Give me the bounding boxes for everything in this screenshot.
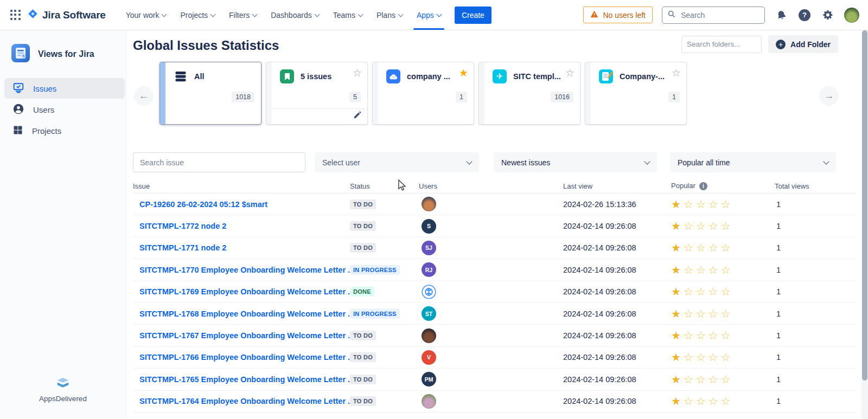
chevron-down-icon <box>436 11 442 17</box>
add-folder-button[interactable]: + Add Folder <box>768 35 838 53</box>
folder-card-company[interactable]: company ... 1 ★ <box>372 62 474 125</box>
avatar: RJ <box>422 262 436 277</box>
user-filter-dropdown[interactable]: Select user <box>315 152 479 172</box>
star-icon: ☆ <box>696 286 709 298</box>
popularity-rating[interactable]: ★☆☆☆☆ <box>671 308 775 319</box>
card-count-badge: 1016 <box>551 92 573 102</box>
folder-card-5-issues[interactable]: 5 issues 5 ☆ <box>266 62 368 125</box>
user-avatar[interactable] <box>844 8 859 23</box>
jira-logo[interactable]: Jira Software <box>28 9 106 21</box>
carousel-left-arrow[interactable]: ← <box>134 86 154 106</box>
table-row: SITCTMPL-1771 node 2 TO DO SJ 2024-02-14… <box>133 237 856 259</box>
table-row: SITCTMPL-1769 Employee Onboarding Welcom… <box>133 281 856 303</box>
issue-link[interactable]: SITCTMPL-1765 Employee Onboarding Welcom… <box>133 375 350 384</box>
card-title: SITC templ... <box>513 72 561 81</box>
edit-pencil-icon[interactable] <box>353 112 361 121</box>
star-icon: ★ <box>671 373 684 385</box>
users-icon <box>12 103 24 117</box>
star-icon: ☆ <box>721 220 733 232</box>
settings-gear-icon[interactable] <box>821 8 835 22</box>
sidebar-item-issues[interactable]: Issues <box>4 78 125 99</box>
card-stripe <box>373 62 378 124</box>
issue-link[interactable]: SITCTMPL-1764 Employee Onboarding Welcom… <box>133 397 350 405</box>
nav-item-projects[interactable]: Projects <box>173 0 222 30</box>
issue-link[interactable]: SITCTMPL-1772 node 2 <box>133 222 350 230</box>
issue-link[interactable]: SITCTMPL-1766 Employee Onboarding Welcom… <box>133 353 350 362</box>
star-icon: ☆ <box>684 264 696 276</box>
avatar: SJ <box>422 241 436 255</box>
star-icon: ☆ <box>684 351 696 363</box>
avatar <box>422 328 436 343</box>
total-views: 1 <box>775 353 856 362</box>
card-count-badge: 1 <box>456 92 467 102</box>
last-view-timestamp: 2024-02-14 09:26:08 <box>563 310 671 318</box>
star-icon: ☆ <box>709 395 721 407</box>
issue-link[interactable]: SITCTMPL-1771 node 2 <box>133 243 350 252</box>
issue-link[interactable]: CP-19260 26-02-2024 05:12 $smart <box>133 200 350 209</box>
nav-item-dashboards[interactable]: Dashboards <box>264 0 326 30</box>
star-icon: ☆ <box>696 373 709 385</box>
popularity-rating[interactable]: ★☆☆☆☆ <box>671 199 775 210</box>
popularity-dropdown[interactable]: Popular all time <box>670 152 836 172</box>
sidebar-item-projects[interactable]: Projects <box>4 120 125 141</box>
avatar <box>422 394 436 409</box>
star-favorite-icon[interactable]: ☆ <box>565 68 575 78</box>
apps-delivered-logo-icon <box>56 377 70 392</box>
issue-link[interactable]: SITCTMPL-1769 Employee Onboarding Welcom… <box>133 287 350 296</box>
popularity-rating[interactable]: ★☆☆☆☆ <box>671 352 775 363</box>
sort-dropdown[interactable]: Newest issues <box>494 152 657 172</box>
folder-card-company[interactable]: Company-... 1 ☆ <box>585 62 687 125</box>
folder-card-all[interactable]: All 1018 <box>159 62 261 125</box>
memo-icon <box>599 69 613 83</box>
popularity-rating[interactable]: ★☆☆☆☆ <box>671 396 775 407</box>
no-users-left-button[interactable]: No users left <box>583 7 653 23</box>
notifications-bell-icon[interactable] <box>773 7 790 24</box>
chevron-down-icon <box>210 11 216 17</box>
star-icon: ☆ <box>684 373 696 385</box>
sidebar-menu: Issues Users Projects <box>0 78 126 141</box>
help-icon[interactable]: ? <box>797 8 812 22</box>
popularity-rating[interactable]: ★☆☆☆☆ <box>671 286 775 297</box>
status-badge: IN PROGRESS <box>350 265 400 275</box>
scrollbar-thumb[interactable] <box>862 30 867 381</box>
folder-card-sitc-templ[interactable]: ✈ SITC templ... 1016 ☆ <box>478 62 580 125</box>
avatar: V <box>422 350 436 365</box>
star-favorite-icon[interactable]: ☆ <box>672 68 681 78</box>
star-favorite-icon[interactable]: ☆ <box>353 68 362 78</box>
carousel-right-arrow[interactable]: → <box>819 86 839 106</box>
popularity-rating[interactable]: ★☆☆☆☆ <box>671 265 775 275</box>
popularity-rating[interactable]: ★☆☆☆☆ <box>671 374 775 385</box>
star-icon: ☆ <box>721 286 733 298</box>
total-views: 1 <box>775 287 856 296</box>
popularity-rating[interactable]: ★☆☆☆☆ <box>671 330 775 341</box>
table-row: SITCTMPL-1764 Employee Onboarding Welcom… <box>133 391 856 412</box>
popularity-rating[interactable]: ★☆☆☆☆ <box>671 221 775 231</box>
nav-item-teams[interactable]: Teams <box>326 0 369 30</box>
star-icon: ☆ <box>696 242 709 254</box>
chevron-down-icon <box>466 158 472 164</box>
nav-item-apps[interactable]: Apps <box>410 0 448 30</box>
issue-link[interactable]: SITCTMPL-1770 Employee Onboarding Welcom… <box>133 266 350 274</box>
search-issue-input[interactable] <box>133 152 305 172</box>
nav-item-your-work[interactable]: Your work <box>119 0 174 30</box>
apps-delivered-branding[interactable]: AppsDelivered <box>0 377 126 403</box>
nav-item-filters[interactable]: Filters <box>222 0 264 30</box>
nav-item-plans[interactable]: Plans <box>369 0 410 30</box>
issues-icon <box>12 82 24 95</box>
sidebar-item-users[interactable]: Users <box>4 99 125 120</box>
star-icon: ★ <box>671 220 684 232</box>
app-switcher-icon[interactable] <box>10 10 21 20</box>
issue-link[interactable]: SITCTMPL-1768 Employee Onboarding Welcom… <box>133 310 350 318</box>
search-folders-input[interactable] <box>681 36 762 53</box>
global-search-input[interactable] <box>680 10 752 20</box>
last-view-timestamp: 2024-02-26 15:13:36 <box>563 200 671 209</box>
info-icon[interactable]: i <box>699 182 707 190</box>
total-views: 1 <box>775 397 856 405</box>
global-search[interactable] <box>662 7 765 24</box>
card-stripe <box>479 62 484 124</box>
star-favorite-icon[interactable]: ★ <box>459 68 468 78</box>
create-button[interactable]: Create <box>455 7 492 24</box>
column-popular: Populari <box>671 182 775 190</box>
issue-link[interactable]: SITCTMPL-1767 Employee Onboarding Welcom… <box>133 331 350 340</box>
popularity-rating[interactable]: ★☆☆☆☆ <box>671 242 775 253</box>
